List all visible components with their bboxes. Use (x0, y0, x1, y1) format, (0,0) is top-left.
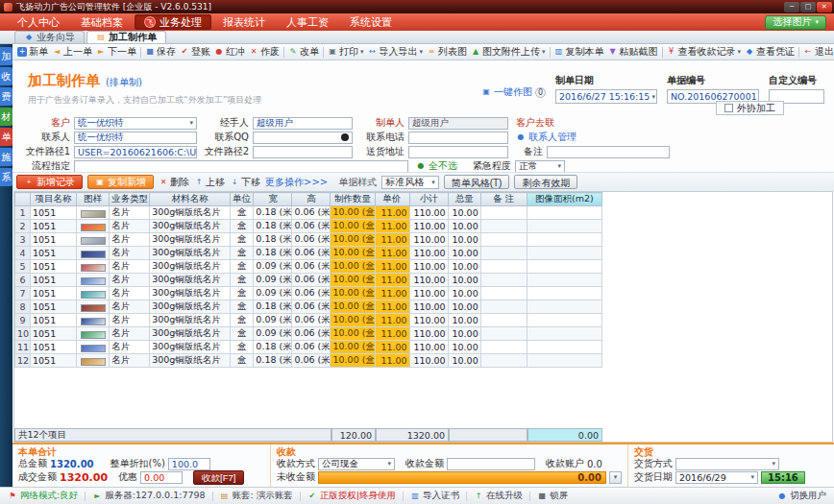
cell-material[interactable]: 300g铜版纸名片 (150, 327, 231, 341)
cell-subtotal[interactable]: 110.00 (409, 233, 448, 247)
pay-method-select[interactable]: 公司现金▾ (318, 458, 395, 470)
cell-area[interactable] (527, 247, 601, 260)
cell-thumb[interactable] (77, 314, 110, 327)
cell-area[interactable] (527, 274, 601, 287)
cell-total[interactable]: 10.00 (448, 287, 480, 300)
cell-width[interactable]: 0.09 (米) (254, 260, 292, 274)
path2-input[interactable] (253, 146, 353, 158)
cell-thumb[interactable] (77, 354, 110, 368)
contact-input[interactable]: 统一优织特 (74, 132, 197, 144)
cell-qty[interactable]: 10.00 (盒) (331, 300, 375, 314)
column-header-type[interactable]: 业务类型 (110, 193, 150, 206)
cell-unit[interactable]: 盒 (231, 233, 254, 247)
phone-input[interactable] (408, 132, 508, 144)
column-header-qty[interactable]: 制作数量 (331, 193, 375, 206)
column-header-subtotal[interactable]: 小计 (409, 193, 448, 206)
cell-total[interactable]: 10.00 (448, 341, 480, 354)
cell-width[interactable]: 0.18 (米) (254, 300, 292, 314)
cell-note[interactable] (480, 341, 527, 354)
cell-material[interactable]: 300g铜版纸名片 (150, 314, 231, 327)
cell-height[interactable]: 0.06 (米) (292, 314, 331, 327)
cell-type[interactable]: 名片 (110, 341, 150, 354)
cell-no[interactable]: 5 (15, 260, 31, 274)
cell-type[interactable]: 名片 (110, 260, 150, 274)
cell-subtotal[interactable]: 110.00 (409, 287, 448, 300)
cell-qty[interactable]: 10.00 (盒) (331, 327, 375, 341)
select-image-button[interactable]: 选择图片 ▾ (765, 15, 826, 30)
cell-area[interactable] (527, 300, 601, 314)
copy-add-button[interactable]: ▣ 复制新增 (87, 175, 154, 189)
cell-unit[interactable]: 盒 (231, 220, 254, 233)
toolbar-button-3[interactable]: ■保存 (143, 44, 178, 60)
cell-subtotal[interactable]: 110.00 (409, 260, 448, 274)
cell-no[interactable]: 12 (15, 354, 31, 368)
cell-unit[interactable]: 盒 (231, 354, 254, 368)
add-row-button[interactable]: + 新增记录 (16, 175, 83, 189)
toolbar-button-6[interactable]: ✕作废 (247, 44, 282, 60)
cell-total[interactable]: 10.00 (448, 327, 480, 341)
toolbar-button-16[interactable]: ←退出 (801, 44, 834, 60)
delivery-date-input[interactable]: 2016/6/29▾ (675, 471, 758, 484)
cell-name[interactable]: 1051 (31, 300, 77, 314)
toolbar-button-9[interactable]: ↔导入导出▾ (366, 44, 426, 60)
status-item-6[interactable]: ■锁屏 (537, 490, 568, 502)
cell-name[interactable]: 1051 (31, 260, 77, 274)
cell-height[interactable]: 0.06 (米) (292, 247, 331, 260)
cell-price[interactable]: 11.00 (375, 206, 409, 220)
cell-thumb[interactable] (77, 220, 110, 233)
cell-width[interactable]: 0.18 (米) (254, 354, 292, 368)
cell-note[interactable] (480, 327, 527, 341)
cell-name[interactable]: 1051 (31, 247, 77, 260)
cell-no[interactable]: 2 (15, 220, 31, 233)
cell-height[interactable]: 0.06 (米) (292, 327, 331, 341)
cell-total[interactable]: 10.00 (448, 206, 480, 220)
cell-note[interactable] (480, 300, 527, 314)
cell-width[interactable]: 0.18 (米) (254, 206, 292, 220)
cell-area[interactable] (527, 327, 601, 341)
toolbar-button-2[interactable]: ►下一单 (94, 44, 138, 60)
menu-item-3[interactable]: 报表统计 (213, 14, 275, 30)
cell-thumb[interactable] (77, 233, 110, 247)
cell-area[interactable] (527, 220, 601, 233)
cell-thumb[interactable] (77, 341, 110, 354)
column-header-name[interactable]: 项目名称 (31, 193, 77, 206)
move-up-button[interactable]: ↑ 上移 (194, 176, 225, 189)
cell-width[interactable]: 0.18 (米) (254, 220, 292, 233)
delivery-time-input[interactable]: 15:16 (761, 471, 805, 484)
cell-height[interactable]: 0.06 (米) (292, 260, 331, 274)
style-select[interactable]: 标准风格▾ (381, 176, 439, 189)
cell-name[interactable]: 1051 (31, 206, 77, 220)
sidebar-module-6[interactable]: 系 (0, 168, 12, 186)
cell-name[interactable]: 1051 (31, 287, 77, 300)
cell-total[interactable]: 10.00 (448, 314, 480, 327)
cell-name[interactable]: 1051 (31, 233, 77, 247)
cell-thumb[interactable] (77, 287, 110, 300)
column-header-area[interactable]: 图像面积(m2) (527, 193, 601, 206)
cell-name[interactable]: 1051 (31, 354, 77, 368)
cell-unit[interactable]: 盒 (231, 274, 254, 287)
cell-qty[interactable]: 10.00 (盒) (331, 220, 375, 233)
cell-subtotal[interactable]: 110.00 (409, 354, 448, 368)
cell-price[interactable]: 11.00 (375, 287, 409, 300)
menu-item-4[interactable]: 人事工资 (277, 14, 338, 30)
cell-qty[interactable]: 10.00 (盒) (331, 274, 375, 287)
cell-material[interactable]: 300g铜版纸名片 (150, 233, 231, 247)
cell-note[interactable] (480, 287, 527, 300)
cell-note[interactable] (480, 247, 527, 260)
cell-note[interactable] (480, 314, 527, 327)
customer-contact-link[interactable]: 客户去联 (516, 116, 554, 130)
cell-qty[interactable]: 10.00 (盒) (331, 354, 375, 368)
cell-unit[interactable]: 盒 (231, 206, 254, 220)
handler-input[interactable]: 超级用户 (253, 117, 353, 130)
maker-input[interactable]: 超级用户 (408, 117, 508, 130)
column-header-width[interactable]: 宽 (254, 193, 292, 206)
cell-no[interactable]: 4 (15, 247, 31, 260)
cell-material[interactable]: 300g铜版纸名片 (150, 247, 231, 260)
cell-subtotal[interactable]: 110.00 (409, 300, 448, 314)
column-header-price[interactable]: 单价 (375, 193, 409, 206)
cell-width[interactable]: 0.18 (米) (254, 233, 292, 247)
flow-input[interactable] (74, 160, 408, 173)
toolbar-button-11[interactable]: ▲图文附件上传▾ (469, 44, 548, 60)
address-input[interactable] (408, 146, 508, 158)
cell-subtotal[interactable]: 110.00 (409, 314, 448, 327)
